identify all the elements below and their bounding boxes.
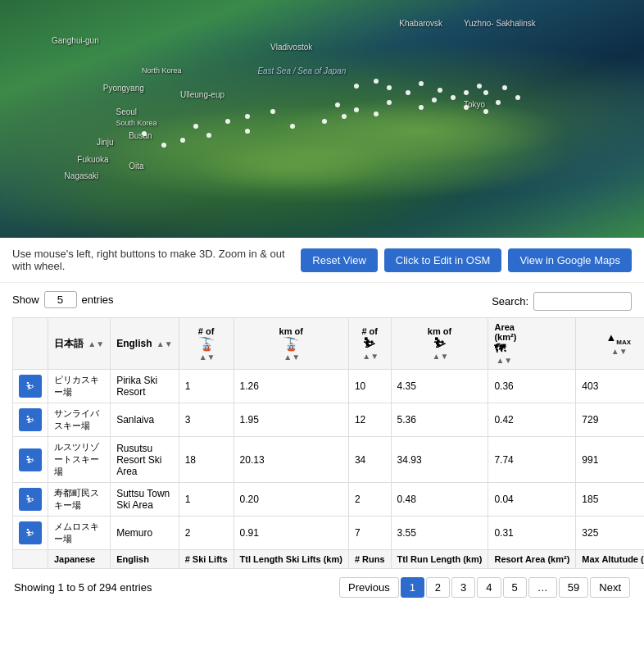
col-english[interactable]: English ▲▼: [111, 318, 179, 370]
km-runs-cell: 4.35: [391, 370, 488, 403]
snow-marker: [245, 114, 250, 119]
google-maps-button[interactable]: View in Google Maps: [508, 248, 632, 272]
col-max-alt[interactable]: ▲MAX ▲▼: [576, 318, 644, 370]
resort-icon-cell: ⛷: [13, 517, 48, 550]
english-cell: Rusutsu Resort Ski Area: [111, 437, 179, 483]
entries-label: entries: [82, 294, 114, 306]
km-lifts-cell: 1.26: [234, 370, 348, 403]
map-view[interactable]: KhabarovskVladivostokYuzhno- SakhalinskE…: [0, 0, 644, 238]
area-cell: 0.42: [488, 403, 576, 437]
resort-icon-cell: ⛷: [13, 437, 48, 483]
table-row: ⛷サンライバスキー場Sanlaiva31.95125.360.427293533…: [13, 403, 645, 437]
snow-marker: [438, 88, 442, 93]
resort-icon-button[interactable]: ⛷: [19, 488, 42, 511]
resort-icon-cell: ⛷: [13, 483, 48, 517]
col-icon: [13, 318, 48, 370]
english-cell: Sanlaiva: [111, 403, 179, 437]
search-label: Search:: [492, 295, 528, 307]
english-cell: Pirika Ski Resort: [111, 370, 179, 403]
footer-icon-col: [13, 550, 48, 569]
page-1-button[interactable]: 1: [401, 577, 424, 598]
km-runs-cell: 0.48: [391, 483, 488, 517]
snow-marker: [496, 100, 501, 105]
page-2-button[interactable]: 2: [426, 577, 450, 598]
next-page-button[interactable]: Next: [590, 577, 630, 598]
page-5-button[interactable]: 5: [503, 577, 527, 598]
entries-input[interactable]: [44, 291, 77, 308]
km-runs-cell: 5.36: [391, 403, 488, 437]
col-num-runs[interactable]: # of ⛷ ▲▼: [348, 318, 391, 370]
num-runs-cell: 2: [348, 483, 391, 517]
resort-icon-cell: ⛷: [13, 403, 48, 437]
snow-marker: [225, 119, 230, 124]
max-alt-cell: 403: [576, 370, 644, 403]
toolbar-instruction: Use mouse's left, right buttons to make …: [12, 248, 294, 272]
snow-marker: [180, 138, 185, 143]
snow-marker: [515, 95, 520, 100]
km-lifts-cell: 1.95: [234, 403, 348, 437]
snow-marker: [502, 85, 507, 90]
num-lifts-cell: 2: [179, 517, 234, 550]
km-lifts-cell: 0.20: [234, 483, 348, 517]
col-japanese[interactable]: 日本語 ▲▼: [48, 318, 111, 370]
table-footer-row: Japanese English # Ski Lifts Ttl Length …: [13, 550, 645, 569]
page-3-button[interactable]: 3: [451, 577, 475, 598]
km-runs-cell: 3.55: [391, 517, 488, 550]
resort-icon-button[interactable]: ⛷: [19, 408, 42, 431]
previous-page-button[interactable]: Previous: [339, 577, 399, 598]
num-runs-cell: 34: [348, 437, 391, 483]
footer-max-col: Max Altutude (m): [576, 550, 644, 569]
resort-icon-button[interactable]: ⛷: [19, 521, 42, 544]
snow-marker: [464, 105, 469, 110]
table-header-row: 日本語 ▲▼ English ▲▼ # of 🚡 ▲▼ km of 🚡 ▲▼: [13, 318, 645, 370]
snow-marker: [322, 119, 327, 124]
reset-view-button[interactable]: Reset View: [301, 248, 378, 272]
japanese-cell: ルスツリゾートスキー場: [48, 437, 111, 483]
col-num-lifts[interactable]: # of 🚡 ▲▼: [179, 318, 234, 370]
col-km-lifts[interactable]: km of 🚡 ▲▼: [234, 318, 348, 370]
sort-km-runs-icon: ▲▼: [433, 352, 449, 361]
max-alt-cell: 185: [576, 483, 644, 517]
snow-marker: [483, 90, 488, 95]
snow-marker: [419, 81, 424, 86]
table-row: ⛷メムロスキー場Memuro20.9173.550.31325164161Vie…: [13, 517, 645, 550]
english-cell: Memuro: [111, 517, 179, 550]
footer-km-runs-col: Ttl Run Length (km): [391, 550, 488, 569]
col-km-runs[interactable]: km of ⛷ ▲▼: [391, 318, 488, 370]
km-lifts-cell: 0.91: [234, 517, 348, 550]
resort-icon-button[interactable]: ⛷: [19, 375, 42, 398]
showing-text: Showing 1 to 5 of 294 entries: [14, 581, 152, 594]
col-area[interactable]: Area (km²) 🗺 ▲▼: [488, 318, 576, 370]
sort-runs-icon: ▲▼: [362, 352, 379, 361]
snow-marker: [290, 124, 295, 129]
snow-marker: [206, 133, 211, 138]
km-lifts-cell: 20.13: [234, 437, 348, 483]
pagination-controls: Previous12345…59Next: [339, 577, 630, 598]
snow-marker: [270, 109, 275, 114]
snow-marker: [387, 85, 392, 90]
footer-area-col: Resort Area (km²): [488, 550, 576, 569]
area-cell: 0.36: [488, 370, 576, 403]
edit-osm-button[interactable]: Click to Edit in OSM: [384, 248, 502, 272]
search-input[interactable]: [533, 292, 632, 311]
snow-marker: [354, 84, 359, 89]
snow-marker: [432, 98, 437, 102]
snow-marker: [406, 90, 410, 95]
japanese-cell: 寿都町民スキー場: [48, 483, 111, 517]
area-cell: 7.74: [488, 437, 576, 483]
resort-icon-button[interactable]: ⛷: [19, 448, 42, 471]
japanese-cell: メムロスキー場: [48, 517, 111, 550]
page-59-button[interactable]: 59: [559, 577, 588, 598]
col-japanese-label: 日本語: [54, 338, 84, 349]
snow-marker: [342, 114, 347, 119]
page-4-button[interactable]: 4: [477, 577, 501, 598]
data-table-section: Show entries Search: 日本語 ▲▼ English ▲▼: [0, 283, 644, 614]
sort-english-icon: ▲▼: [156, 339, 173, 348]
num-lifts-cell: 1: [179, 483, 234, 517]
snow-marker: [354, 107, 359, 112]
footer-english-col: English: [111, 550, 179, 569]
snow-marker: [464, 90, 469, 95]
max-alt-cell: 325: [576, 517, 644, 550]
snow-marker: [451, 95, 456, 100]
snow-marker: [142, 131, 147, 136]
